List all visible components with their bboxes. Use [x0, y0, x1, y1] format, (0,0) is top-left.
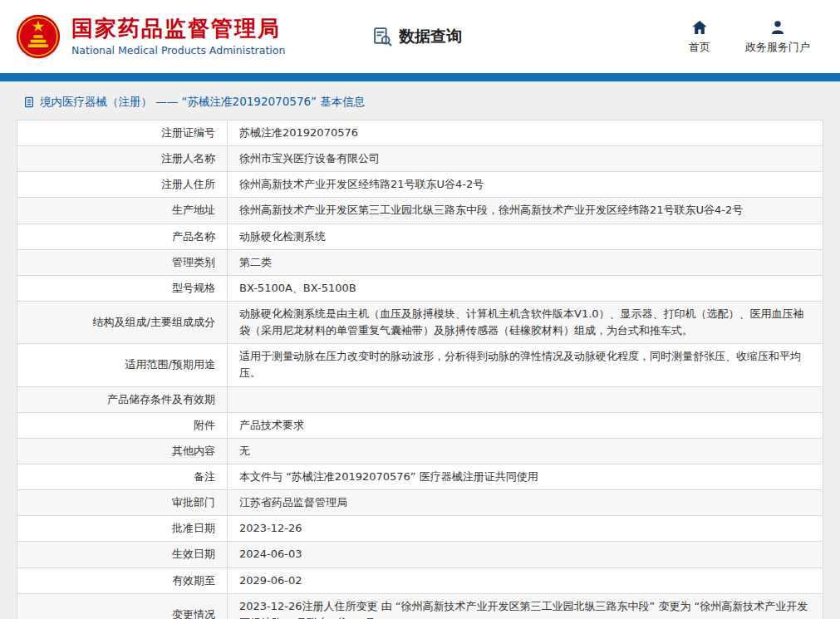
org-name-en: National Medical Products Administration	[71, 44, 285, 56]
row-value: BX-5100A、BX-5100B	[228, 275, 823, 301]
row-label: 变更情况	[17, 593, 228, 619]
table-row: 注册证编号 苏械注准20192070576	[17, 120, 823, 146]
nav-portal[interactable]: 政务服务门户	[745, 19, 810, 55]
row-label: 产品储存条件及有效期	[17, 386, 228, 412]
table-row: 管理类别 第二类	[17, 249, 823, 275]
row-label: 适用范围/预期用途	[17, 344, 228, 386]
row-label: 审批部门	[17, 490, 228, 516]
row-label: 管理类别	[17, 249, 228, 275]
registration-info-table: 注册证编号 苏械注准20192070576 注册人名称 徐州市宝兴医疗设备有限公…	[17, 120, 823, 619]
table-row: 产品储存条件及有效期	[17, 386, 823, 412]
table-row: 附件 产品技术要求	[17, 412, 823, 438]
row-value: 2029-06-02	[228, 567, 823, 593]
row-value: 动脉硬化检测系统是由主机（血压及脉搏模块、计算机主机含软件版本V1.0）、显示器…	[228, 301, 823, 343]
row-label: 注册证编号	[17, 120, 228, 146]
table-row: 注册人名称 徐州市宝兴医疗设备有限公司	[17, 146, 823, 172]
table-row: 适用范围/预期用途 适用于测量动脉在压力改变时的脉动波形，分析得到动脉的弹性情况…	[17, 344, 823, 386]
national-emblem-logo	[15, 13, 61, 60]
row-label: 其他内容	[17, 438, 228, 464]
org-name: 国家药品监督管理局	[71, 17, 285, 42]
table-row: 注册人住所 徐州高新技术产业开发区经纬路21号联东U谷4-2号	[17, 172, 823, 198]
data-query-label: 数据查询	[399, 26, 462, 47]
row-label: 注册人名称	[17, 146, 228, 172]
nav-home-label: 首页	[689, 40, 710, 55]
table-row: 备注 本文件与 “苏械注准20192070576” 医疗器械注册证共同使用	[17, 464, 823, 489]
row-label: 附件	[17, 412, 228, 438]
nav-home[interactable]: 首页	[689, 19, 710, 55]
table-row: 生产地址 徐州高新技术产业开发区第三工业园北纵三路东中段，徐州高新技术产业开发区…	[17, 198, 823, 224]
breadcrumb: 境内医疗器械（注册） —— “苏械注准20192070576” 基本信息	[23, 95, 823, 110]
row-label: 有效期至	[17, 567, 228, 593]
row-label: 生产地址	[17, 198, 228, 224]
row-value: 适用于测量动脉在压力改变时的脉动波形，分析得到动脉的弹性情况及动脉硬化程度，同时…	[228, 344, 823, 386]
page-header: 国家药品监督管理局 National Medical Products Admi…	[0, 0, 840, 73]
row-value: 无	[228, 438, 823, 464]
nav-portal-label: 政务服务门户	[745, 40, 810, 55]
blue-divider-bar	[0, 73, 840, 81]
table-row: 审批部门 江苏省药品监督管理局	[17, 490, 823, 516]
document-search-icon	[372, 27, 393, 47]
row-value: 徐州高新技术产业开发区经纬路21号联东U谷4-2号	[228, 172, 823, 198]
row-value	[228, 386, 823, 412]
table-row: 产品名称 动脉硬化检测系统	[17, 224, 823, 249]
table-row: 其他内容 无	[17, 438, 823, 464]
row-label: 产品名称	[17, 224, 228, 249]
table-row: 变更情况 2023-12-26注册人住所变更 由 “徐州高新技术产业开发区第三工…	[17, 593, 823, 619]
row-value: 江苏省药品监督管理局	[228, 490, 823, 516]
table-row: 结构及组成/主要组成成分 动脉硬化检测系统是由主机（血压及脉搏模块、计算机主机含…	[17, 301, 823, 343]
row-value: 产品技术要求	[228, 412, 823, 438]
table-row: 批准日期 2023-12-26	[17, 516, 823, 542]
table-row: 有效期至 2029-06-02	[17, 567, 823, 593]
row-label: 型号规格	[17, 275, 228, 301]
row-value: 徐州高新技术产业开发区第三工业园北纵三路东中段，徐州高新技术产业开发区经纬路21…	[228, 198, 823, 224]
breadcrumb-text: 境内医疗器械（注册） —— “苏械注准20192070576” 基本信息	[40, 95, 365, 110]
row-value: 徐州市宝兴医疗设备有限公司	[228, 146, 823, 172]
row-value: 动脉硬化检测系统	[228, 224, 823, 249]
row-value: 本文件与 “苏械注准20192070576” 医疗器械注册证共同使用	[228, 464, 823, 489]
top-nav: 首页 政务服务门户	[689, 19, 810, 55]
row-value: 第二类	[228, 249, 823, 275]
row-value: 2023-12-26	[228, 516, 823, 542]
info-table-body: 注册证编号 苏械注准20192070576 注册人名称 徐州市宝兴医疗设备有限公…	[17, 120, 823, 619]
brand-text: 国家药品监督管理局 National Medical Products Admi…	[71, 17, 285, 56]
row-label: 批准日期	[17, 516, 228, 542]
home-icon	[691, 19, 708, 36]
row-value: 苏械注准20192070576	[228, 120, 823, 146]
main-content: 境内医疗器械（注册） —— “苏械注准20192070576” 基本信息 注册证…	[0, 81, 840, 619]
data-query-tab[interactable]: 数据查询	[372, 26, 462, 47]
row-value: 2023-12-26注册人住所变更 由 “徐州高新技术产业开发区第三工业园北纵三…	[228, 593, 823, 619]
user-icon	[769, 19, 786, 36]
table-row: 生效日期 2024-06-03	[17, 542, 823, 567]
row-label: 注册人住所	[17, 172, 228, 198]
row-label: 结构及组成/主要组成成分	[17, 301, 228, 343]
table-row: 型号规格 BX-5100A、BX-5100B	[17, 275, 823, 301]
row-label: 生效日期	[17, 542, 228, 567]
row-value: 2024-06-03	[228, 542, 823, 567]
document-icon	[23, 96, 35, 108]
row-label: 备注	[17, 464, 228, 489]
